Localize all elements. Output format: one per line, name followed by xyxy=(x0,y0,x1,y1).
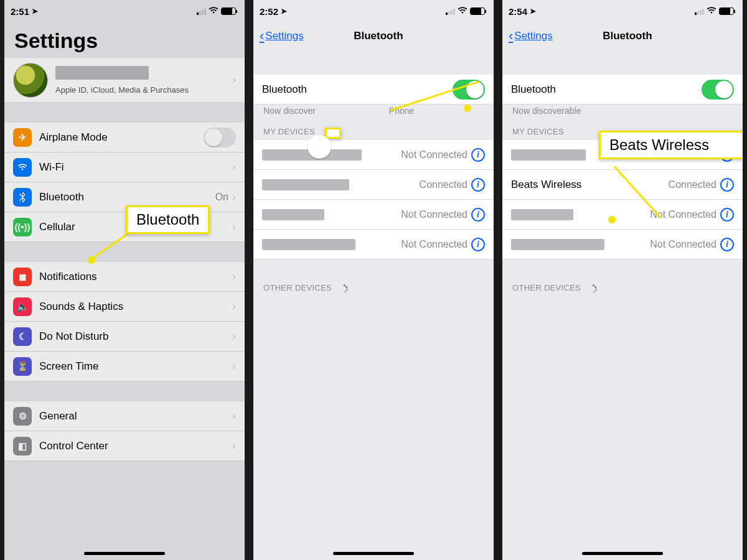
status-time: 2:52 xyxy=(260,6,278,17)
sounds-icon: 🔈 xyxy=(13,297,32,316)
wifi-icon xyxy=(458,7,467,16)
nav-title: Bluetooth xyxy=(519,30,736,42)
chevron-right-icon: › xyxy=(232,190,236,203)
battery-icon xyxy=(719,7,734,15)
device-status: Not Connected xyxy=(401,209,467,220)
home-indicator[interactable] xyxy=(84,552,165,555)
chevron-right-icon: › xyxy=(232,300,236,313)
chevron-left-icon: ‹ xyxy=(260,28,264,44)
general-icon: ⚙ xyxy=(13,407,32,426)
info-icon[interactable]: i xyxy=(471,238,485,251)
chevron-right-icon: › xyxy=(232,270,236,283)
row-screentime[interactable]: ⏳ Screen Time › xyxy=(4,352,245,381)
row-sounds[interactable]: 🔈 Sounds & Haptics › xyxy=(4,292,245,322)
device-row[interactable]: Not Connected i xyxy=(253,200,494,230)
info-icon[interactable]: i xyxy=(720,208,734,222)
row-notifications[interactable]: ◼ Notifications › xyxy=(4,262,245,292)
device-name-redacted xyxy=(511,149,586,161)
device-row[interactable]: Connected i xyxy=(253,170,494,200)
location-icon: ➤ xyxy=(530,7,536,16)
chevron-left-icon: ‹ xyxy=(509,28,513,44)
other-devices-header: OTHER DEVICES xyxy=(253,278,494,297)
apple-id-row[interactable]: Apple ID, iCloud, Media & Purchases › xyxy=(4,58,245,103)
info-icon[interactable]: i xyxy=(471,178,485,192)
bluetooth-toggle-row[interactable]: Bluetooth xyxy=(253,75,494,105)
status-bar: 2:54 ➤ xyxy=(502,0,743,22)
device-status: Not Connected xyxy=(650,209,716,220)
callout-beats: Beats Wireless xyxy=(599,131,747,159)
profile-subtitle: Apple ID, iCloud, Media & Purchases xyxy=(55,85,232,95)
cellular-signal-icon xyxy=(695,7,704,15)
device-row[interactable]: Not Connected i xyxy=(502,230,743,259)
device-name: Beats Wireless xyxy=(511,179,581,191)
device-name-redacted xyxy=(262,209,324,220)
nav-bar: ‹ Settings Bluetooth xyxy=(253,22,494,50)
info-icon[interactable]: i xyxy=(720,178,734,192)
my-devices-header: MY DEVICES xyxy=(253,122,494,140)
row-label: Cellular xyxy=(39,221,75,233)
avatar xyxy=(13,63,48,98)
spinner-icon xyxy=(588,284,597,293)
chevron-right-icon: › xyxy=(232,330,236,343)
row-label: Notifications xyxy=(39,271,97,283)
cellular-signal-icon xyxy=(197,7,206,15)
row-label: Bluetooth xyxy=(39,191,84,203)
airplane-toggle[interactable] xyxy=(204,128,236,147)
row-general[interactable]: ⚙ General › xyxy=(4,401,245,431)
info-icon[interactable]: i xyxy=(471,208,485,222)
panel-bluetooth-toggle: 2:52 ➤ ‹ Settings Bluetooth Bluetooth No… xyxy=(249,0,498,560)
info-icon[interactable]: i xyxy=(471,148,485,162)
row-value: On xyxy=(215,192,228,203)
nav-title: Bluetooth xyxy=(270,30,487,42)
discoverable-text: Now discoverable xyxy=(502,105,743,122)
location-icon: ➤ xyxy=(281,7,287,16)
chevron-right-icon: › xyxy=(232,439,236,452)
airplane-icon: ✈ xyxy=(13,128,32,147)
location-icon: ➤ xyxy=(32,7,38,16)
info-icon[interactable]: i xyxy=(720,238,734,251)
row-airplane-mode[interactable]: ✈ Airplane Mode xyxy=(4,123,245,152)
status-bar: 2:51 ➤ xyxy=(4,0,245,22)
bluetooth-toggle-row[interactable]: Bluetooth xyxy=(502,75,743,105)
row-label: Screen Time xyxy=(39,360,98,373)
row-label: Wi-Fi xyxy=(39,161,64,174)
control-center-icon: ◧ xyxy=(13,437,32,455)
cellular-row-icon: ((•)) xyxy=(13,218,32,236)
chevron-right-icon: › xyxy=(232,360,236,373)
callout-dot xyxy=(608,216,616,223)
row-label: Sounds & Haptics xyxy=(39,301,123,313)
device-status: Connected xyxy=(669,179,716,190)
dnd-icon: ☾ xyxy=(13,327,32,346)
row-wifi[interactable]: Wi-Fi › xyxy=(4,152,245,182)
page-title: Settings xyxy=(4,22,245,58)
device-row[interactable]: Not Connected i xyxy=(502,200,743,230)
device-status: Not Connected xyxy=(401,239,467,250)
status-time: 2:51 xyxy=(11,6,29,17)
home-indicator[interactable] xyxy=(582,552,663,555)
row-label: General xyxy=(39,410,77,422)
other-devices-header: OTHER DEVICES xyxy=(502,278,743,297)
device-row[interactable]: Not Connected i xyxy=(253,230,494,259)
chevron-right-icon: › xyxy=(232,73,236,86)
row-label: Do Not Disturb xyxy=(39,330,108,343)
wifi-row-icon xyxy=(13,158,32,177)
battery-icon xyxy=(470,7,485,15)
screentime-icon: ⏳ xyxy=(13,357,32,376)
wifi-icon xyxy=(707,7,716,16)
device-name-redacted xyxy=(511,209,573,220)
panel-bluetooth-beats: 2:54 ➤ ‹ Settings Bluetooth Bluetooth No… xyxy=(498,0,747,560)
battery-icon xyxy=(221,7,236,15)
profile-name-redacted xyxy=(55,66,149,80)
home-indicator[interactable] xyxy=(333,552,414,555)
status-bar: 2:52 ➤ xyxy=(253,0,494,22)
row-dnd[interactable]: ☾ Do Not Disturb › xyxy=(4,322,245,352)
device-name-redacted xyxy=(262,239,355,250)
notifications-icon: ◼ xyxy=(13,268,32,286)
row-control-center[interactable]: ◧ Control Center › xyxy=(4,431,245,461)
callout-toggle xyxy=(325,128,341,139)
callout-dot xyxy=(88,256,95,264)
chevron-right-icon: › xyxy=(232,409,236,422)
cellular-signal-icon xyxy=(446,7,455,15)
device-row[interactable]: Not Connected i xyxy=(253,140,494,170)
bluetooth-toggle[interactable] xyxy=(702,80,734,100)
